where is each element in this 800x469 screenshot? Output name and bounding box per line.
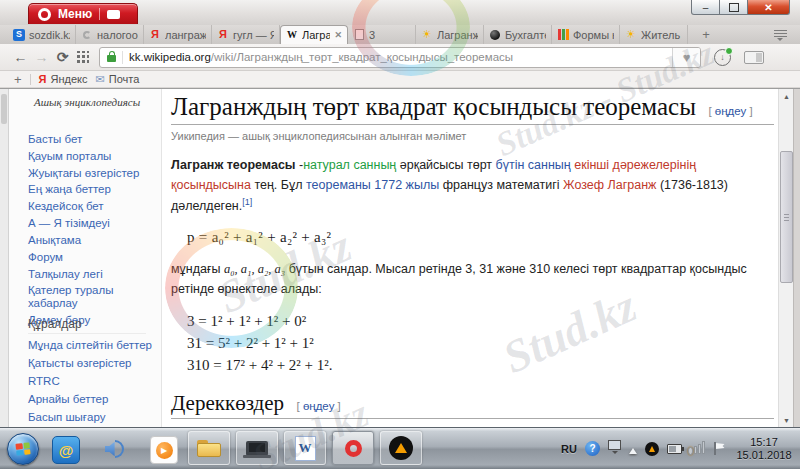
mail-icon: ✉ — [96, 73, 105, 86]
address-bar[interactable]: kk.wikipedia.org /wiki/Лагранждың_төрт_к… — [99, 47, 701, 68]
tab-langrazh[interactable]: Я ланграж т — [144, 25, 212, 44]
references-header: Дереккөздер [ өңдеу ] — [171, 391, 774, 419]
explorer-taskbar-button[interactable] — [188, 431, 230, 465]
text-segment: әрқайсысы төрт — [396, 158, 495, 172]
edit-link[interactable]: [ өңдеу ] — [297, 400, 341, 412]
forward-button[interactable]: → — [31, 49, 52, 65]
network-icon[interactable] — [690, 443, 705, 454]
volume-icon[interactable] — [101, 436, 127, 462]
opera-menu-button[interactable]: Меню — [28, 3, 138, 24]
antivirus-tray-icon[interactable] — [645, 442, 659, 456]
tab-list-icon[interactable] — [774, 30, 787, 39]
opera-icon — [345, 440, 362, 457]
inline-link[interactable]: [1] — [242, 197, 252, 207]
security-taskbar-button[interactable] — [380, 431, 422, 465]
battery-icon[interactable] — [667, 444, 682, 454]
tab-close-icon[interactable]: ✕ — [334, 30, 342, 40]
photo-viewer-taskbar-button[interactable] — [236, 431, 278, 465]
sidebar-link[interactable]: Басып шығару — [28, 411, 156, 424]
windows-logo-icon — [15, 442, 30, 455]
downloads-icon[interactable]: ↓ — [714, 49, 731, 66]
tab-buhgalter[interactable]: Бухгалтер — [484, 25, 552, 44]
scroll-down-arrow[interactable]: ▼ — [779, 414, 794, 427]
show-hidden-icons-button[interactable] — [629, 444, 637, 454]
inline-link[interactable]: натурал санның — [303, 158, 396, 172]
lead-paragraph: Лагранж теоремасы -натурал санның әрқайс… — [171, 155, 771, 216]
inline-link[interactable]: теореманы 1772 жылы — [306, 178, 439, 192]
tab-document[interactable]: 3 — [348, 25, 416, 44]
inline-link[interactable]: бүтін санның — [496, 158, 571, 172]
speed-dial-icon[interactable] — [77, 51, 89, 63]
section-heading: Дереккөздер — [171, 391, 284, 415]
bar-chart-favicon — [558, 29, 569, 40]
start-button[interactable] — [7, 433, 39, 465]
media-player-icon[interactable]: ▶ — [150, 436, 178, 464]
text-segment: - — [296, 158, 304, 172]
mail-app-icon[interactable]: @ — [52, 436, 80, 464]
site-subtitle: Уикипедия — ашық энциклопедиясынан алынғ… — [171, 130, 774, 142]
sozdik-favicon: S — [13, 29, 25, 41]
bookmark-heart-button[interactable]: ♥ — [672, 48, 700, 67]
new-tab-button[interactable]: + — [698, 27, 714, 42]
text-segment: мұндағы — [171, 262, 224, 276]
sidebar-link[interactable]: Анықтама — [28, 234, 153, 247]
language-indicator[interactable]: RU — [561, 443, 577, 455]
clock-time: 15:17 — [750, 436, 778, 448]
word-taskbar-button[interactable]: W — [284, 431, 326, 465]
sidebar-link[interactable]: Арнайы беттер — [28, 393, 156, 406]
tab-sozdik[interactable]: S sozdik.kz — [8, 25, 76, 44]
document-favicon — [355, 29, 364, 40]
url-path: /wiki/Лагранждың_төрт_квадрат_қосындысы_… — [211, 51, 672, 63]
reload-button[interactable]: ⟳ — [52, 49, 73, 65]
side-panel-handle[interactable] — [0, 89, 9, 428]
scroll-up-arrow[interactable]: ▲ — [779, 90, 794, 103]
bookmarks-bar: + Я Яндекс ✉ Почта — [0, 71, 800, 88]
add-bookmark-button[interactable]: + — [14, 72, 22, 87]
sidebar-link[interactable]: Жуықтағы өзгерістер — [28, 167, 153, 180]
tab-gugl[interactable]: Я гугл — Ян — [212, 25, 280, 44]
vertical-scrollbar[interactable]: ▲ ▼ — [778, 89, 794, 428]
opera-logo-icon — [38, 8, 51, 21]
wikipedia-favicon: W — [286, 29, 298, 41]
sidebar-link[interactable]: RTRC — [28, 375, 156, 388]
extension-icon[interactable] — [744, 51, 764, 64]
url-host: kk.wikipedia.org — [129, 51, 211, 63]
sidebar-link[interactable]: Кездейсоқ бет — [28, 200, 153, 213]
help-tray-icon[interactable]: ? — [585, 441, 600, 456]
sidebar-link[interactable]: Қателер туралы хабарлау — [28, 284, 153, 309]
sidebar-link[interactable]: Ең жаңа беттер — [28, 183, 153, 196]
folder-icon — [197, 440, 221, 457]
back-button[interactable]: ← — [10, 49, 31, 65]
edit-link[interactable]: [ өңдеу ] — [708, 105, 752, 117]
tab-zhitel[interactable]: ☀ Житель Ж — [620, 25, 688, 44]
sidebar-link[interactable]: А — Я тізімдеуі — [28, 217, 153, 230]
action-center-flag-icon[interactable] — [713, 442, 725, 455]
article-content: Лагранждың төрт квадрат қосындысы теорем… — [162, 89, 778, 428]
text-segment: тең. Бұл — [251, 178, 306, 192]
bookmark-mail[interactable]: ✉ Почта — [96, 73, 140, 86]
sidebar-link[interactable]: Талқылау легі — [28, 268, 153, 281]
tab-wikipedia-active[interactable]: W Лагра ✕ — [280, 25, 348, 44]
sidebar-link[interactable]: Мұнда сілтейтін беттер — [28, 339, 156, 352]
inline-link[interactable]: Жозеф Лагранж — [563, 178, 656, 192]
tab-nalogoob[interactable]: налогооб — [76, 25, 144, 44]
minimize-button[interactable]: – — [691, 0, 720, 15]
scrollbar-thumb[interactable] — [780, 151, 793, 283]
sidebar-link[interactable]: Форум — [28, 251, 153, 264]
sidebar-link[interactable]: Қауым порталы — [28, 150, 153, 163]
sidebar-link[interactable]: Басты бет — [28, 133, 153, 146]
opera-taskbar-button[interactable] — [332, 431, 374, 465]
display-tray-icon[interactable] — [608, 440, 621, 457]
laptop-icon — [246, 441, 268, 456]
page-title: Лагранждың төрт квадрат қосындысы теорем… — [171, 93, 696, 120]
sidebar-link[interactable]: Қатысты өзгерістер — [28, 357, 156, 370]
tab-lagranzh[interactable]: ☀ Лагранж — [416, 25, 484, 44]
secure-lock-icon — [107, 55, 116, 62]
maximize-button[interactable] — [720, 0, 747, 15]
taskbar-clock[interactable]: 15:17 15.01.2018 — [733, 436, 795, 462]
loading-spinner-icon — [83, 31, 91, 39]
bookmark-yandex[interactable]: Я Яндекс — [39, 73, 88, 85]
tab-formy[interactable]: Формы н — [552, 25, 620, 44]
close-button[interactable]: ✕ — [747, 0, 790, 15]
sidebar-nav: Басты бет Қауым порталы Жуықтағы өзгеріс… — [28, 133, 153, 331]
